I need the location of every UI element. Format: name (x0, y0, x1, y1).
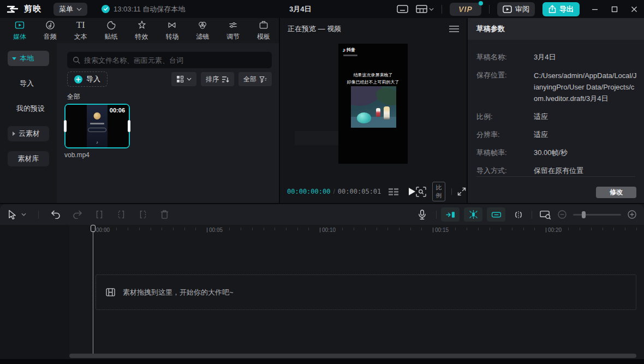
tab-label: 调节 (226, 32, 240, 41)
timeline-preview-toggle[interactable] (540, 210, 551, 219)
auto-splice-toggle[interactable] (464, 207, 482, 222)
sidebar-item-cloud[interactable]: 云素材 (8, 126, 49, 141)
draft-params-panel: 草稿参数 草稿名称: 3月4日 保存位置: C:/Users/admin/App… (468, 18, 644, 203)
ruler-minor-tick (410, 228, 411, 230)
tab-adjust[interactable]: 调节 (218, 18, 248, 43)
view-mode-button[interactable] (171, 72, 196, 86)
preview-background-patch (295, 131, 338, 145)
ruler-major-tick (207, 228, 207, 232)
clip-trim-handle-right[interactable] (128, 120, 130, 132)
import-button[interactable]: 导入 (67, 71, 108, 87)
minimize-button[interactable] (592, 6, 598, 13)
tab-audio[interactable]: 音频 (35, 18, 65, 43)
ruler-minor-tick (399, 228, 399, 230)
titlebar-left: 剪映 菜单 13:03:11 自动保存本地 (7, 3, 185, 16)
tab-filter[interactable]: 滤镜 (187, 18, 218, 43)
frame-magnifier-icon (540, 210, 551, 219)
bottom-strip (0, 359, 644, 364)
preview-quality-icon[interactable] (389, 188, 398, 195)
select-tool-button[interactable] (8, 210, 17, 219)
layout-switch-button[interactable] (416, 5, 434, 13)
vip-button[interactable]: VIP (450, 3, 481, 16)
tab-sticker[interactable]: 贴纸 (96, 18, 127, 43)
fullscreen-button[interactable] (457, 187, 466, 196)
ruler-major-tick (433, 228, 433, 232)
text-icon: TI (76, 20, 85, 31)
sidebar-item-import[interactable]: 导入 (8, 76, 57, 91)
timeline-dropzone[interactable]: 素材拖拽到这里，开始你的大作吧~ (96, 275, 636, 310)
trim-right-button[interactable] (138, 210, 148, 219)
filter-button[interactable]: 全部 (238, 72, 272, 86)
split-button[interactable] (94, 210, 104, 219)
review-button[interactable]: 审阅 (497, 2, 535, 16)
playhead-handle[interactable] (91, 225, 96, 232)
sidebar-item-label: 我的预设 (16, 104, 45, 114)
record-voiceover-button[interactable] (418, 210, 426, 220)
zoom-out-button[interactable] (558, 210, 567, 219)
maximize-button[interactable] (611, 6, 618, 13)
preview-menu-button[interactable] (449, 26, 459, 32)
ruler-minor-tick (591, 228, 592, 230)
template-icon (258, 20, 269, 31)
ruler-minor-tick (252, 228, 253, 230)
media-clip-card[interactable]: ♪ 00:06 (64, 104, 130, 148)
ruler-minor-tick (264, 228, 264, 230)
divider (451, 188, 452, 195)
modify-button[interactable]: 修改 (596, 187, 636, 198)
export-button[interactable]: 导出 (542, 2, 580, 16)
redo-button[interactable] (73, 210, 82, 219)
search-input[interactable] (84, 56, 266, 64)
zoom-slider-handle[interactable] (582, 211, 586, 218)
ruler-minor-tick (116, 228, 117, 230)
draft-params-fields: 草稿名称: 3月4日 保存位置: C:/Users/admin/AppData/… (468, 40, 644, 176)
zoom-in-button[interactable] (628, 210, 636, 219)
import-button-label: 导入 (86, 74, 100, 84)
ruler-minor-tick (173, 228, 174, 230)
clip-trim-handle-left[interactable] (64, 120, 67, 132)
ruler-tick-label: 00:00 (96, 227, 110, 233)
preview-zoom-button[interactable] (416, 187, 426, 197)
ruler-minor-tick (490, 228, 490, 230)
sidebar-item-library[interactable]: 素材库 (8, 151, 49, 166)
grid-view-icon (176, 75, 184, 83)
ruler-minor-tick (128, 228, 128, 230)
trash-icon (160, 210, 169, 219)
tab-media[interactable]: 媒体 (4, 18, 35, 43)
ruler-tick-label: 00:05 (209, 227, 223, 233)
tab-transition[interactable]: 转场 (157, 18, 187, 43)
snap-toggle[interactable] (441, 207, 460, 222)
tab-template[interactable]: 模板 (248, 18, 279, 43)
delete-button[interactable] (160, 210, 169, 219)
play-button[interactable] (408, 187, 416, 196)
ruler-minor-tick (613, 228, 614, 230)
field-label: 比例: (476, 111, 534, 122)
shortcut-keyboard-button[interactable] (397, 5, 408, 13)
field-draft-name: 草稿名称: 3月4日 (476, 52, 637, 63)
sidebar-item-local[interactable]: 本地 (8, 51, 49, 66)
trim-left-button[interactable] (116, 210, 126, 219)
ruler-minor-tick (557, 228, 558, 230)
sidebar-item-presets[interactable]: 我的预设 (8, 101, 57, 116)
menu-button[interactable]: 菜单 (53, 3, 87, 16)
timeline-panel: 00:0000:0500:1000:1500:20 素材拖拽到这里，开始你的大作… (0, 204, 644, 364)
timeline-ruler[interactable]: 00:0000:0500:1000:1500:20 (0, 225, 644, 236)
tab-effects[interactable]: 特效 (127, 18, 157, 43)
clip-thumbnail-button-pill (88, 128, 106, 132)
link-toggle[interactable] (487, 207, 505, 222)
close-button[interactable] (631, 6, 637, 13)
ruler-minor-tick (478, 228, 479, 230)
ruler-minor-tick (467, 228, 467, 230)
menu-button-label: 菜单 (59, 4, 73, 14)
ruler-minor-tick (421, 228, 422, 230)
timeline-zoom-slider[interactable] (573, 214, 621, 216)
sidebar-item-label: 云素材 (19, 129, 40, 139)
tab-text[interactable]: TI 文本 (65, 18, 96, 43)
preview-axis-toggle[interactable] (513, 211, 524, 219)
timeline-horizontal-scrollbar[interactable] (69, 354, 636, 358)
sort-button[interactable]: 排序 (201, 72, 234, 86)
undo-button[interactable] (51, 210, 61, 219)
ruler-minor-tick (354, 228, 354, 230)
caret-down-icon (12, 57, 16, 60)
ratio-button[interactable]: 比例 (432, 182, 445, 201)
select-tool-dropdown[interactable] (21, 213, 26, 216)
